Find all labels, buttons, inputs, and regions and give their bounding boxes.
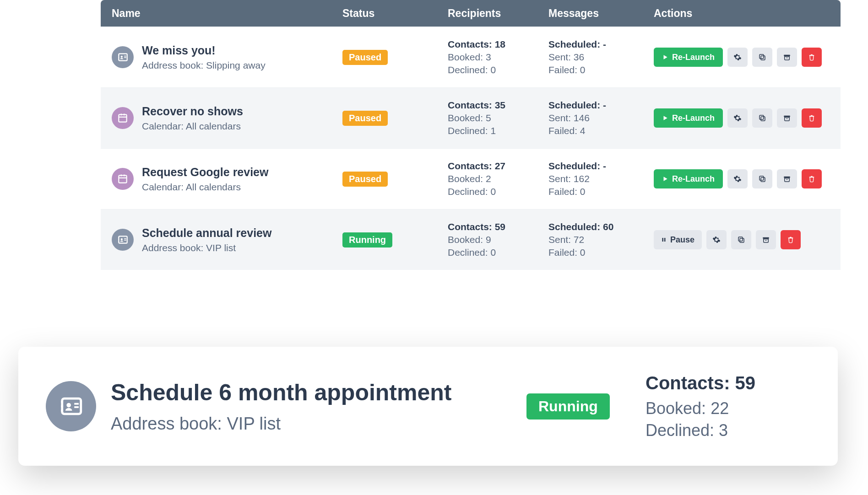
- sent-count: Sent: 36: [548, 52, 654, 63]
- relaunch-button[interactable]: Re-Launch: [654, 108, 723, 128]
- duplicate-button[interactable]: [731, 230, 751, 249]
- declined-count: Declined: 3: [646, 421, 755, 440]
- calendar-icon: [112, 168, 134, 190]
- campaign-subtitle: Address book: VIP list: [142, 242, 271, 253]
- duplicate-button[interactable]: [752, 48, 772, 67]
- contact-book-icon: [112, 229, 134, 251]
- scheduled-count: Scheduled: 60: [548, 221, 654, 232]
- header-name: Name: [109, 7, 342, 20]
- campaign-detail-card: Schedule 6 month appointment Address boo…: [18, 347, 838, 466]
- booked-count: Booked: 5: [448, 113, 548, 124]
- campaign-subtitle: Address book: VIP list: [111, 414, 451, 434]
- scheduled-count: Scheduled: -: [548, 39, 654, 50]
- archive-button[interactable]: [756, 230, 776, 249]
- sent-count: Sent: 72: [548, 234, 654, 245]
- contacts-count: Contacts: 59: [448, 221, 548, 232]
- table-row: We miss you!Address book: Slipping awayP…: [101, 27, 841, 87]
- archive-button[interactable]: [777, 108, 797, 128]
- archive-button[interactable]: [777, 48, 797, 67]
- declined-count: Declined: 0: [448, 186, 548, 197]
- booked-count: Booked: 2: [448, 173, 548, 184]
- status-badge: Running: [342, 232, 392, 248]
- contact-book-icon: [46, 381, 96, 431]
- booked-count: Booked: 22: [646, 399, 755, 418]
- header-recipients: Recipients: [448, 7, 548, 20]
- pause-button[interactable]: Pause: [654, 230, 702, 249]
- campaign-title: We miss you!: [142, 44, 266, 57]
- delete-button[interactable]: [781, 230, 801, 249]
- duplicate-button[interactable]: [752, 108, 772, 128]
- settings-button[interactable]: [706, 230, 727, 249]
- header-actions: Actions: [654, 7, 830, 20]
- contacts-count: Contacts: 59: [646, 373, 755, 393]
- settings-button[interactable]: [727, 48, 748, 67]
- campaign-title: Request Google review: [142, 166, 268, 179]
- campaign-subtitle: Calendar: All calendars: [142, 182, 268, 193]
- table-row: Recover no showsCalendar: All calendarsP…: [101, 87, 841, 148]
- campaign-title: Schedule annual review: [142, 226, 271, 240]
- booked-count: Booked: 9: [448, 234, 548, 245]
- sent-count: Sent: 146: [548, 113, 654, 124]
- settings-button[interactable]: [727, 169, 748, 188]
- table-row: Request Google reviewCalendar: All calen…: [101, 148, 841, 209]
- contacts-count: Contacts: 27: [448, 161, 548, 172]
- declined-count: Declined: 0: [448, 247, 548, 258]
- scheduled-count: Scheduled: -: [548, 161, 654, 172]
- status-badge: Paused: [342, 172, 388, 187]
- status-badge: Paused: [342, 111, 388, 126]
- relaunch-button[interactable]: Re-Launch: [654, 169, 723, 188]
- campaign-subtitle: Calendar: All calendars: [142, 121, 243, 132]
- table-header-row: Name Status Recipients Messages Actions: [101, 0, 841, 27]
- failed-count: Failed: 0: [548, 247, 654, 258]
- booked-count: Booked: 3: [448, 52, 548, 63]
- delete-button[interactable]: [802, 169, 822, 188]
- header-messages: Messages: [548, 7, 654, 20]
- duplicate-button[interactable]: [752, 169, 772, 188]
- relaunch-button[interactable]: Re-Launch: [654, 48, 723, 67]
- contact-book-icon: [112, 46, 134, 68]
- campaign-title: Schedule 6 month appointment: [111, 379, 451, 406]
- scheduled-count: Scheduled: -: [548, 100, 654, 111]
- table-row: Schedule annual reviewAddress book: VIP …: [101, 209, 841, 270]
- failed-count: Failed: 0: [548, 186, 654, 197]
- archive-button[interactable]: [777, 169, 797, 188]
- failed-count: Failed: 4: [548, 125, 654, 136]
- campaign-subtitle: Address book: Slipping away: [142, 60, 266, 71]
- campaign-title: Recover no shows: [142, 105, 243, 118]
- delete-button[interactable]: [802, 48, 822, 67]
- contacts-count: Contacts: 35: [448, 100, 548, 111]
- settings-button[interactable]: [727, 108, 748, 128]
- delete-button[interactable]: [802, 108, 822, 128]
- calendar-icon: [112, 107, 134, 129]
- status-badge: Paused: [342, 50, 388, 65]
- sent-count: Sent: 162: [548, 173, 654, 184]
- failed-count: Failed: 0: [548, 65, 654, 75]
- status-badge: Running: [526, 393, 610, 420]
- declined-count: Declined: 1: [448, 125, 548, 136]
- declined-count: Declined: 0: [448, 65, 548, 75]
- contacts-count: Contacts: 18: [448, 39, 548, 50]
- header-status: Status: [342, 7, 448, 20]
- campaigns-table: Name Status Recipients Messages Actions …: [101, 0, 841, 270]
